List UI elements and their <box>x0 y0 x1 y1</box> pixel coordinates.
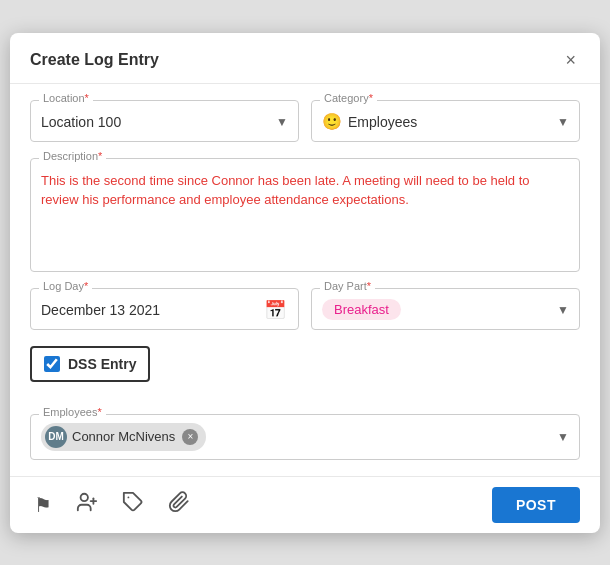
category-emoji-icon: 🙂 <box>322 112 342 131</box>
log-day-field-group: Log Day* December 13 2021 📅 <box>30 288 299 330</box>
close-button[interactable]: × <box>561 49 580 71</box>
employees-label: Employees* <box>39 406 106 418</box>
day-part-dropdown-arrow: ▼ <box>557 303 569 317</box>
dss-entry-row: DSS Entry <box>30 346 150 382</box>
add-person-button[interactable] <box>72 487 102 522</box>
category-field-group: Category* 🙂 Employees ▼ <box>311 100 580 142</box>
employee-remove-button[interactable]: × <box>182 429 198 445</box>
location-value: Location 100 ▼ <box>41 109 288 133</box>
category-label: Category* <box>320 92 377 104</box>
footer-actions: ⚑ <box>30 487 194 522</box>
dialog-footer: ⚑ <box>10 476 600 533</box>
calendar-icon[interactable]: 📅 <box>264 299 286 321</box>
employees-field-value: DM Connor McNivens × ▼ <box>41 423 569 451</box>
location-label: Location* <box>39 92 93 104</box>
employee-chip: DM Connor McNivens × <box>41 423 206 451</box>
attachment-icon <box>168 491 190 518</box>
location-category-row: Location* Location 100 ▼ Category* 🙂 Emp… <box>30 100 580 142</box>
logday-daypart-row: Log Day* December 13 2021 📅 Day Part* Br… <box>30 288 580 330</box>
flag-icon: ⚑ <box>34 493 52 517</box>
flag-button[interactable]: ⚑ <box>30 489 56 521</box>
employees-field-group: Employees* DM Connor McNivens × ▼ <box>30 414 580 460</box>
employee-avatar: DM <box>45 426 67 448</box>
tag-icon <box>122 491 144 518</box>
log-day-label: Log Day* <box>39 280 92 292</box>
day-part-field-group: Day Part* Breakfast ▼ <box>311 288 580 330</box>
svg-point-0 <box>81 494 88 501</box>
create-log-entry-dialog: Create Log Entry × Location* Location 10… <box>10 33 600 533</box>
description-field-container: Description* This is the second time sin… <box>30 158 580 272</box>
category-dropdown-arrow: ▼ <box>557 115 569 129</box>
dss-entry-checkbox[interactable] <box>44 356 60 372</box>
add-person-icon <box>76 491 98 518</box>
attachment-button[interactable] <box>164 487 194 522</box>
category-field-container[interactable]: Category* 🙂 Employees ▼ <box>311 100 580 142</box>
employee-name: Connor McNivens <box>72 429 175 444</box>
dialog-title: Create Log Entry <box>30 51 159 69</box>
day-part-value: Breakfast ▼ <box>322 297 569 321</box>
log-day-field-container[interactable]: Log Day* December 13 2021 📅 <box>30 288 299 330</box>
tag-button[interactable] <box>118 487 148 522</box>
description-input[interactable]: This is the second time since Connor has… <box>41 167 569 257</box>
dialog-body: Location* Location 100 ▼ Category* 🙂 Emp… <box>10 84 600 476</box>
day-part-label: Day Part* <box>320 280 375 292</box>
dss-entry-label: DSS Entry <box>68 356 136 372</box>
day-part-field-container[interactable]: Day Part* Breakfast ▼ <box>311 288 580 330</box>
location-field-group: Location* Location 100 ▼ <box>30 100 299 142</box>
employees-dropdown-arrow: ▼ <box>557 430 569 444</box>
employees-field-container[interactable]: Employees* DM Connor McNivens × ▼ <box>30 414 580 460</box>
log-day-value: December 13 2021 📅 <box>41 297 288 321</box>
category-value: 🙂 Employees ▼ <box>322 109 569 133</box>
location-dropdown-arrow: ▼ <box>276 115 288 129</box>
location-field-container[interactable]: Location* Location 100 ▼ <box>30 100 299 142</box>
dialog-header: Create Log Entry × <box>10 33 600 84</box>
breakfast-badge: Breakfast <box>322 299 401 320</box>
description-label: Description* <box>39 150 106 162</box>
post-button[interactable]: POST <box>492 487 580 523</box>
dss-entry-row-wrapper: DSS Entry <box>30 346 580 398</box>
